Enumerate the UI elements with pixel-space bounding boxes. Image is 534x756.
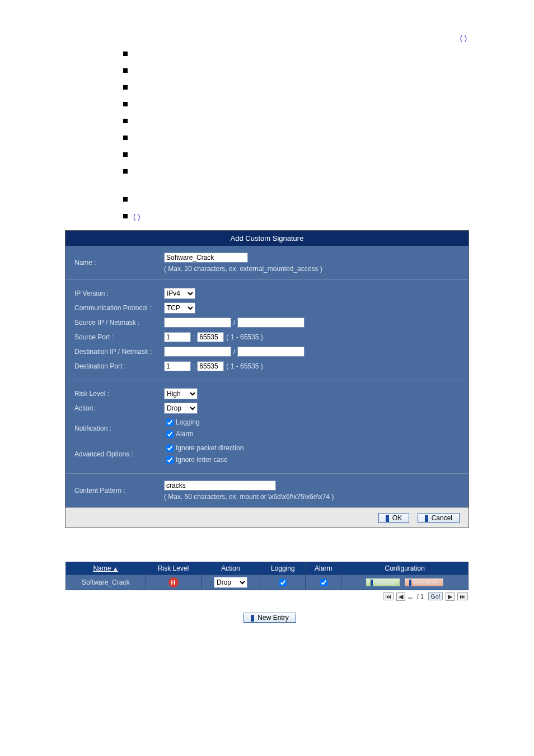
label-protocol: Communication Protocol : — [74, 304, 164, 312]
logging-checkbox[interactable] — [166, 419, 174, 426]
ignore-direction-label: Ignore packet direction — [176, 444, 243, 452]
bullet-icon — [123, 197, 128, 202]
pager: ⏮ ◀ / 1 Go! ▶ ⏭ — [65, 592, 469, 601]
name-input[interactable] — [164, 253, 248, 263]
dstport-hint: ( 1 - 65535 ) — [226, 362, 263, 370]
dstport-from-input[interactable] — [164, 361, 191, 371]
label-srcport: Source Port : — [74, 333, 164, 341]
pager-go-button[interactable]: Go! — [428, 592, 443, 600]
bullet-paren: ( ) — [133, 212, 140, 221]
label-dstip: Destination IP / Netmask : — [74, 348, 164, 356]
srcmask-input[interactable] — [237, 318, 305, 328]
col-risk: Risk Level — [146, 562, 201, 575]
bullet-icon — [123, 68, 128, 73]
logging-label: Logging — [176, 418, 200, 426]
col-action: Action — [201, 562, 260, 575]
bullet-list: ( ) — [123, 45, 512, 225]
remove-button[interactable]: Remove — [404, 578, 444, 587]
col-name[interactable]: Name — [66, 562, 146, 575]
slash-sep: / — [233, 319, 235, 326]
bullet-icon — [123, 214, 128, 218]
slash-sep: / — [233, 348, 235, 356]
srcport-to-input[interactable] — [197, 332, 224, 342]
risk-select[interactable]: High — [164, 388, 198, 399]
label-content: Content Pattern : — [74, 487, 164, 494]
label-risk: Risk Level : — [74, 390, 164, 398]
name-hint: ( Max. 20 characters, ex. external_mount… — [164, 265, 322, 273]
content-hint: ( Max. 50 characters, ex. mount or \x6d\… — [164, 493, 334, 501]
bullet-icon — [123, 136, 128, 140]
pager-last-icon[interactable]: ⏭ — [457, 592, 468, 600]
alarm-checkbox[interactable] — [166, 431, 174, 438]
new-entry-button[interactable]: New Entry — [243, 613, 296, 623]
bullet-icon — [123, 85, 128, 90]
ignore-case-label: Ignore letter case — [176, 456, 228, 464]
label-notification: Notification : — [74, 424, 164, 432]
row-logging-checkbox[interactable] — [279, 579, 287, 586]
action-select[interactable]: Drop — [164, 403, 198, 414]
pager-sep: / 1 — [415, 593, 425, 600]
cell-name: Software_Crack — [66, 575, 146, 590]
bullet-icon — [123, 152, 128, 157]
ok-button[interactable]: OK — [378, 513, 409, 523]
ipversion-select[interactable]: IPv4 — [164, 288, 195, 299]
dstip-input[interactable] — [164, 347, 231, 357]
col-alarm: Alarm — [306, 562, 341, 575]
pager-page — [408, 598, 413, 599]
label-advanced: Advanced Options : — [74, 450, 164, 458]
ignore-case-checkbox[interactable] — [166, 456, 174, 464]
table-row: Software_Crack H Drop Modify Remove — [66, 575, 469, 590]
top-paren-link[interactable]: ( ) — [22, 34, 467, 42]
srcport-hint: ( 1 - 65535 ) — [226, 333, 263, 341]
content-input[interactable] — [164, 480, 276, 491]
cancel-button[interactable]: Cancel — [418, 513, 460, 523]
label-dstport: Destination Port : — [74, 362, 164, 370]
add-custom-signature-panel: Add Custom Signature Name : ( Max. 20 ch… — [65, 230, 469, 528]
row-alarm-checkbox[interactable] — [320, 579, 327, 586]
modify-button[interactable]: Modify — [366, 578, 400, 587]
label-srcip: Source IP / Netmask : — [74, 319, 164, 326]
srcport-from-input[interactable] — [164, 332, 191, 342]
panel-title: Add Custom Signature — [65, 231, 469, 246]
bullet-icon — [123, 52, 128, 56]
pager-next-icon[interactable]: ▶ — [446, 592, 455, 601]
srcip-input[interactable] — [164, 318, 231, 328]
dstport-to-input[interactable] — [197, 361, 224, 371]
protocol-select[interactable]: TCP — [164, 302, 195, 314]
dstmask-input[interactable] — [237, 347, 305, 357]
label-name: Name : — [74, 259, 164, 267]
pager-first-icon[interactable]: ⏮ — [383, 592, 394, 600]
label-ipversion: IP Version : — [74, 290, 164, 297]
bullet-icon — [123, 169, 128, 174]
risk-high-icon: H — [168, 577, 179, 587]
col-logging: Logging — [260, 562, 306, 575]
bullet-icon — [123, 119, 128, 123]
pager-prev-icon[interactable]: ◀ — [396, 592, 405, 601]
col-config: Configuration — [341, 562, 469, 575]
row-action-select[interactable]: Drop — [214, 577, 247, 588]
bullet-icon — [123, 102, 128, 106]
label-action: Action : — [74, 404, 164, 412]
ignore-direction-checkbox[interactable] — [166, 445, 174, 452]
signature-table: Name Risk Level Action Logging Alarm Con… — [65, 562, 469, 590]
alarm-label: Alarm — [176, 430, 193, 438]
